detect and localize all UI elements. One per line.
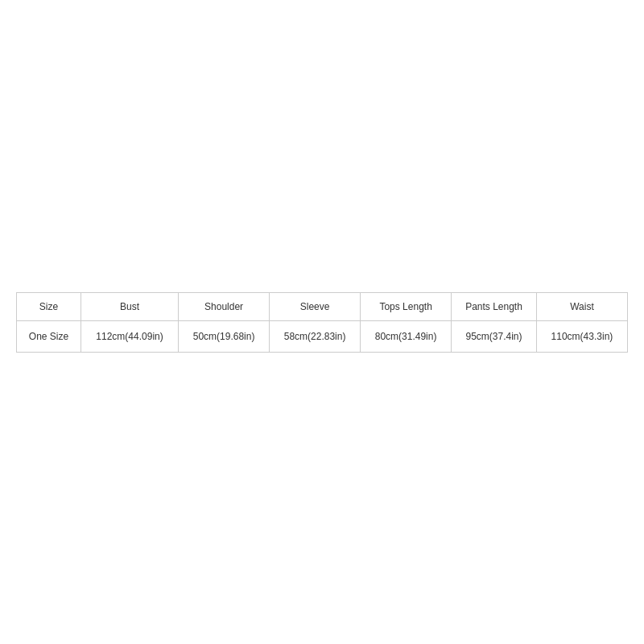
header-waist: Waist: [536, 292, 627, 320]
header-bust: Bust: [81, 292, 179, 320]
cell-shoulder: 50cm(19.68in): [179, 320, 270, 352]
size-chart-container: Size Bust Shoulder Sleeve Tops Length Pa…: [16, 292, 628, 353]
table-header-row: Size Bust Shoulder Sleeve Tops Length Pa…: [17, 292, 628, 320]
header-tops-length: Tops Length: [361, 292, 452, 320]
cell-size: One Size: [17, 320, 81, 352]
size-chart-table: Size Bust Shoulder Sleeve Tops Length Pa…: [16, 292, 628, 353]
header-sleeve: Sleeve: [270, 292, 361, 320]
header-shoulder: Shoulder: [179, 292, 270, 320]
header-size: Size: [17, 292, 81, 320]
cell-sleeve: 58cm(22.83in): [270, 320, 361, 352]
cell-tops-length: 80cm(31.49in): [361, 320, 452, 352]
cell-pants-length: 95cm(37.4in): [452, 320, 537, 352]
table-row: One Size 112cm(44.09in) 50cm(19.68in) 58…: [17, 320, 628, 352]
cell-waist: 110cm(43.3in): [536, 320, 627, 352]
header-pants-length: Pants Length: [452, 292, 537, 320]
cell-bust: 112cm(44.09in): [81, 320, 179, 352]
